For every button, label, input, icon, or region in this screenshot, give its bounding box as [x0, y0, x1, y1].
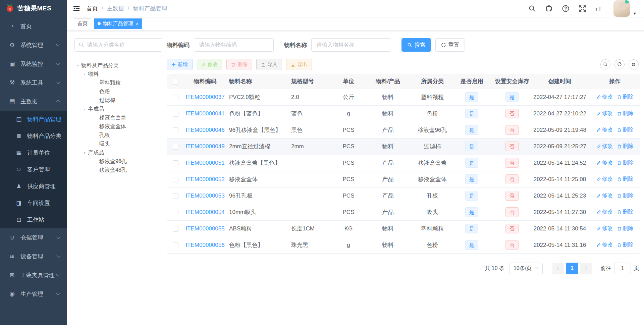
- edit-row-button[interactable]: 修改: [596, 143, 613, 150]
- edit-row-button[interactable]: 修改: [596, 241, 613, 249]
- tree-node-leaf[interactable]: 移液盒96孔: [74, 157, 162, 166]
- tree-node-leaf[interactable]: 移液盒48孔: [74, 166, 162, 174]
- edit-row-button[interactable]: 修改: [596, 94, 613, 101]
- delete-row-button[interactable]: 删除: [617, 176, 634, 183]
- refresh-table-button[interactable]: [614, 59, 625, 69]
- tab[interactable]: 首页: [74, 18, 91, 29]
- tree-node-root[interactable]: ▾物料及产品分类: [74, 61, 162, 70]
- reset-button[interactable]: 重置: [435, 38, 465, 52]
- collapse-sidebar-icon[interactable]: [67, 5, 85, 12]
- material-code-link[interactable]: ITEM00000037: [185, 94, 224, 100]
- import-button[interactable]: 导入: [256, 59, 282, 70]
- sidebar-item-equipment[interactable]: ≋设备管理: [0, 247, 67, 266]
- edit-row-button[interactable]: 修改: [596, 192, 613, 199]
- sidebar-item-customer[interactable]: ☺客户管理: [0, 161, 67, 178]
- tree-node-leaf[interactable]: 吸头: [74, 140, 162, 148]
- material-code-link[interactable]: ITEM00000049: [185, 143, 224, 150]
- tab[interactable]: 物料产品管理×: [94, 18, 142, 29]
- avatar[interactable]: [613, 0, 630, 17]
- sidebar-item-fixture[interactable]: ⊠工装夹具管理: [0, 266, 67, 284]
- edit-button[interactable]: 修改: [197, 59, 222, 70]
- tree-node-leaf[interactable]: 过滤棉: [74, 96, 162, 105]
- row-checkbox[interactable]: [173, 242, 178, 248]
- category-search-input[interactable]: [74, 38, 162, 52]
- row-checkbox[interactable]: [173, 226, 178, 232]
- tree-node-group[interactable]: ▾半成品: [74, 105, 162, 113]
- sidebar-item-system[interactable]: ⚙系统管理: [0, 36, 67, 54]
- row-checkbox[interactable]: [173, 177, 178, 182]
- logo[interactable]: K 苦糖果MES: [0, 0, 67, 17]
- tree-node-leaf[interactable]: 移液盒盒体: [74, 122, 162, 131]
- delete-row-button[interactable]: 删除: [617, 143, 634, 150]
- material-name-input[interactable]: [311, 38, 391, 52]
- tree-node-group[interactable]: ▾产成品: [74, 148, 162, 157]
- user-menu[interactable]: ▼: [613, 0, 637, 17]
- row-checkbox[interactable]: [173, 210, 178, 215]
- material-code-link[interactable]: ITEM00000053: [185, 193, 224, 199]
- delete-row-button[interactable]: 删除: [617, 209, 634, 216]
- delete-row-button[interactable]: 删除: [617, 94, 634, 101]
- material-code-link[interactable]: ITEM00000056: [185, 242, 224, 248]
- delete-row-button[interactable]: 删除: [617, 110, 634, 117]
- material-code-link[interactable]: ITEM00000055: [185, 225, 224, 232]
- sidebar-item-workshop[interactable]: ◨车间设置: [0, 195, 67, 211]
- delete-button[interactable]: 删除: [226, 59, 252, 70]
- goto-page-input[interactable]: [614, 263, 631, 274]
- material-code-link[interactable]: ITEM00000051: [185, 160, 224, 166]
- page-size-select[interactable]: 10条/页: [509, 263, 543, 274]
- sidebar-item-production[interactable]: ◉生产管理: [0, 284, 67, 303]
- tree-node-leaf[interactable]: 塑料颗粒: [74, 78, 162, 87]
- help-icon[interactable]: [562, 5, 570, 12]
- add-button[interactable]: 新增: [167, 59, 193, 70]
- edit-row-button[interactable]: 修改: [596, 225, 613, 232]
- delete-row-button[interactable]: 删除: [617, 225, 634, 232]
- sidebar-item-workstation[interactable]: ⊡工作站: [0, 211, 67, 228]
- material-code-link[interactable]: ITEM00000041: [185, 110, 224, 117]
- sidebar-item-measure-unit[interactable]: ▦计量单位: [0, 144, 67, 161]
- sidebar-item-tools[interactable]: ⚒系统工具: [0, 73, 67, 92]
- delete-row-button[interactable]: 删除: [617, 159, 634, 166]
- tree-node-group[interactable]: ▾物料: [74, 70, 162, 78]
- sidebar-item-supplier[interactable]: ♟供应商管理: [0, 178, 67, 195]
- close-tab-icon[interactable]: ×: [136, 21, 139, 26]
- row-checkbox[interactable]: [173, 127, 178, 133]
- edit-row-button[interactable]: 修改: [596, 176, 613, 183]
- delete-row-button[interactable]: 删除: [617, 241, 634, 249]
- sidebar-item-monitor[interactable]: ▣系统监控: [0, 54, 67, 73]
- row-checkbox[interactable]: [173, 95, 178, 100]
- font-size-icon[interactable]: T T: [595, 5, 603, 12]
- edit-row-button[interactable]: 修改: [596, 209, 613, 216]
- edit-row-button[interactable]: 修改: [596, 159, 613, 166]
- material-code-link[interactable]: ITEM00000046: [185, 127, 224, 133]
- breadcrumb-item[interactable]: 首页: [87, 5, 98, 12]
- material-code-link[interactable]: ITEM00000054: [185, 209, 224, 215]
- material-code-input[interactable]: [194, 38, 274, 52]
- github-icon[interactable]: [545, 5, 553, 12]
- sidebar-item-material-product[interactable]: ◫物料产品管理: [0, 111, 67, 127]
- sidebar-item-material-category[interactable]: ≣物料产品分类: [0, 127, 67, 144]
- delete-row-button[interactable]: 删除: [617, 126, 634, 133]
- sidebar-item-warehouse[interactable]: ∪仓储管理: [0, 228, 67, 247]
- search-icon[interactable]: [528, 5, 536, 12]
- row-checkbox[interactable]: [173, 144, 178, 150]
- page-number-button[interactable]: 1: [566, 263, 578, 274]
- fullscreen-icon[interactable]: [579, 5, 586, 12]
- tree-node-leaf[interactable]: 移液盒盒盖: [74, 113, 162, 122]
- sidebar-item-dashboard[interactable]: ◔首页: [0, 17, 67, 36]
- edit-row-button[interactable]: 修改: [596, 110, 613, 117]
- select-all-checkbox[interactable]: [173, 79, 178, 85]
- delete-row-button[interactable]: 删除: [617, 192, 634, 199]
- export-button[interactable]: 导出: [286, 59, 312, 70]
- search-button[interactable]: 搜索: [401, 38, 431, 52]
- prev-page-button[interactable]: [552, 263, 564, 274]
- row-checkbox[interactable]: [173, 160, 178, 166]
- columns-button[interactable]: [629, 59, 639, 69]
- row-checkbox[interactable]: [173, 193, 178, 199]
- toggle-search-button[interactable]: [600, 59, 610, 69]
- edit-row-button[interactable]: 修改: [596, 126, 613, 133]
- material-code-link[interactable]: ITEM00000052: [185, 176, 224, 182]
- next-page-button[interactable]: [580, 263, 592, 274]
- tree-node-leaf[interactable]: 色粉: [74, 87, 162, 96]
- sidebar-item-master-data[interactable]: ▤主数据: [0, 92, 67, 111]
- tree-node-leaf[interactable]: 孔板: [74, 131, 162, 140]
